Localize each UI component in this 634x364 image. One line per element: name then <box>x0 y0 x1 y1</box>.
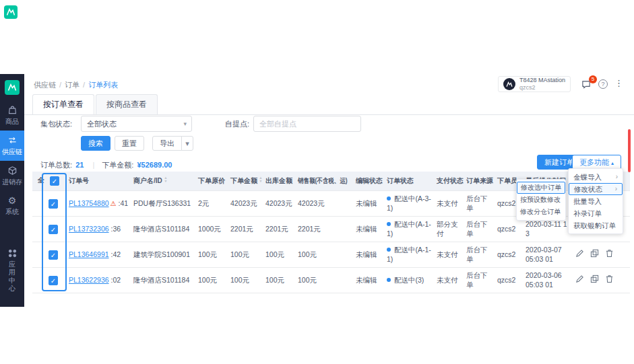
breadcrumb-item[interactable]: 供应链 <box>34 81 56 89</box>
last-time-cell: 2020-03-07 05:03 01 <box>523 242 571 267</box>
order-amount-label: 下单金额: <box>102 161 133 169</box>
submenu-item-label: 修改选中订单 <box>521 184 561 191</box>
row-checkbox[interactable]: ✓ <box>49 199 58 209</box>
breadcrumb-separator: / <box>83 81 85 89</box>
table-row: ✓ PL13622936:02 隆华酒店S101184 100元 100元 10… <box>32 267 630 293</box>
outbound-amount-cell: 100元 <box>263 267 295 293</box>
tab-order-view[interactable]: 按订单查看 <box>32 94 94 114</box>
submenu-item-label: 按预设数修改 <box>520 196 561 203</box>
menu-item-label: 修改状态 <box>574 184 602 194</box>
edit-icon[interactable] <box>575 275 584 283</box>
page: 商品 供应链 进销存 ⚙ 系统 应用中心 供应链/订单/订单列表 <box>0 0 634 364</box>
bag-icon <box>7 105 18 115</box>
order-time-fragment: :42 <box>111 250 121 258</box>
scrollbar-indicator[interactable] <box>628 129 631 172</box>
summary-divider: | <box>92 161 94 169</box>
package-status-select[interactable]: 全部状态 ▾ <box>81 116 192 132</box>
outbound-amount-cell: 2201元 <box>263 216 295 242</box>
sidebar-item-label: 系统 <box>5 207 19 217</box>
search-button[interactable]: 搜索 <box>81 136 110 151</box>
order-number-link[interactable]: PL13732306 <box>69 225 109 233</box>
breadcrumb-current: 订单列表 <box>88 81 118 89</box>
delete-icon[interactable] <box>605 275 614 283</box>
status-dot <box>387 196 391 201</box>
copy-icon[interactable] <box>590 249 599 258</box>
order-status-cell: 配送中(A-1-1) <box>384 216 434 242</box>
column-header: 商户名/ID▲▼ <box>131 172 195 190</box>
menu-item[interactable]: 批量导入 <box>569 195 623 207</box>
row-checkbox[interactable]: ✓ <box>49 225 58 234</box>
more-actions-label: 更多功能 <box>579 158 609 166</box>
sidebar-item-label: 供应链 <box>2 147 22 157</box>
user-menu[interactable]: T8428 MAstation qzcs2 <box>498 76 571 92</box>
sidebar-item-app-center[interactable]: 应用中心 <box>0 244 24 297</box>
select-all-checkbox[interactable]: ✓ <box>50 176 59 186</box>
help-icon[interactable]: ? <box>598 79 608 89</box>
order-status-text: 配送中(A-3-1) <box>387 194 431 212</box>
pay-status-cell: 部分支付 <box>434 216 464 242</box>
message-icon[interactable]: 5 <box>581 79 592 89</box>
sort-icon[interactable]: ▲▼ <box>164 176 168 183</box>
order-time-fragment: :02 <box>111 276 121 284</box>
row-checkbox[interactable]: ✓ <box>49 276 58 285</box>
sidebar-item-supply-chain[interactable]: 供应链 <box>0 131 24 161</box>
menu-item[interactable]: 修改状态 › <box>569 183 623 195</box>
order-time-fragment: :41 <box>119 199 129 207</box>
logo-zigzag-icon <box>6 8 15 16</box>
breadcrumb-item[interactable]: 订单 <box>65 81 80 89</box>
source-cell: 后台下单 <box>464 242 495 267</box>
status-dot <box>387 278 391 282</box>
order-number-link[interactable]: PL13646991 <box>69 250 109 258</box>
sales-amount-cell: 42023元 <box>295 190 353 216</box>
order-number-link[interactable]: PL13622936 <box>69 276 109 284</box>
sales-amount-cell: 2201元 <box>295 216 353 242</box>
order-amount: ¥52689.00 <box>137 161 172 169</box>
submenu-item[interactable]: 按预设数修改 <box>517 194 565 206</box>
sidebar-item-label: 商品 <box>5 117 19 126</box>
order-count-label: 订单总数: <box>40 161 72 169</box>
merchant-cell: 隆华酒店S101184 <box>131 216 195 242</box>
delete-icon[interactable] <box>605 249 614 258</box>
more-options-icon[interactable]: ⋮ <box>614 78 623 88</box>
menu-item[interactable]: 获取银豹订单 <box>569 219 623 231</box>
sidebar-item-goods[interactable]: 商品 <box>0 100 24 131</box>
row-checkbox[interactable]: ✓ <box>49 250 58 260</box>
submenu-item[interactable]: 修改选中订单 <box>517 182 565 194</box>
check-icon: ✓ <box>51 201 56 208</box>
order-status-text: 配送中(3) <box>394 276 424 284</box>
export-group: 导出 ▾ <box>152 136 193 151</box>
menu-item[interactable]: 补录订单 <box>569 207 623 219</box>
column-header: 订单号 <box>66 172 131 190</box>
copy-icon[interactable] <box>590 275 599 283</box>
status-dot <box>387 222 391 226</box>
pay-status-cell: 未支付 <box>434 267 464 293</box>
sidebar-item-system[interactable]: ⚙ 系统 <box>0 191 24 221</box>
sidebar-item-inventory[interactable]: 进销存 <box>0 161 24 191</box>
more-actions-button[interactable]: 更多功能▴ <box>572 155 621 170</box>
pay-status-cell: 未支付 <box>434 242 464 267</box>
submenu-item-label: 修改分仓订单 <box>520 208 561 215</box>
tab-product-view[interactable]: 按商品查看 <box>96 94 158 114</box>
pickup-input[interactable] <box>253 116 361 132</box>
select-all-header: 全✓ <box>32 172 66 190</box>
order-number-link[interactable]: PL13754880 <box>69 199 109 207</box>
notification-badge: 5 <box>589 75 597 83</box>
order-status-cell: 配送中(A-3-1) <box>384 190 434 216</box>
check-icon: ✓ <box>51 277 56 285</box>
modify-status-submenu: 修改选中订单 按预设数修改 修改分仓订单 <box>516 179 566 221</box>
sidebar-item-label: 进销存 <box>2 178 22 187</box>
check-icon: ✓ <box>51 252 56 259</box>
package-status-label: 集包状态: <box>40 119 72 129</box>
more-menu: 金蝶导入 › 修改状态 › 批量导入 补录订单 获取银豹订单 <box>568 168 623 234</box>
reset-button[interactable]: 重置 <box>115 136 144 151</box>
submenu-item[interactable]: 修改分仓订单 <box>517 206 565 218</box>
operator-cell: qzcs2 <box>495 242 523 267</box>
export-dropdown-button[interactable]: ▾ <box>181 136 193 151</box>
sort-icon[interactable]: ▲▼ <box>259 176 263 183</box>
row-actions-cell <box>571 267 630 293</box>
edit-icon[interactable] <box>575 249 584 258</box>
menu-item[interactable]: 金蝶导入 › <box>569 171 623 183</box>
export-button[interactable]: 导出 <box>152 136 182 151</box>
summary: 订单总数: 21 | 下单金额: ¥52689.00 <box>40 160 173 170</box>
sales-amount-cell: 100元 <box>295 267 353 293</box>
